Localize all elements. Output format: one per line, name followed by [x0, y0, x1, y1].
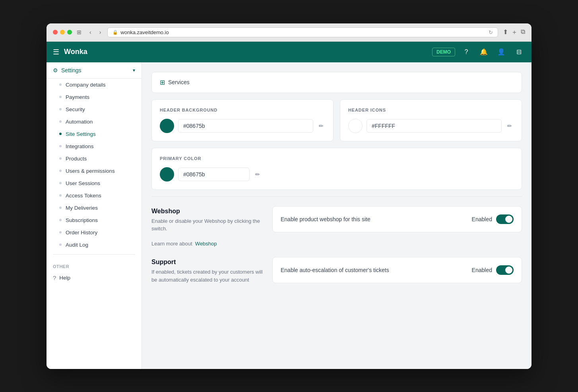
- primary-color-swatch[interactable]: [160, 167, 174, 182]
- header-background-input[interactable]: [178, 119, 313, 133]
- primary-color-edit-button[interactable]: ✏: [254, 170, 262, 179]
- header-icons-swatch[interactable]: [348, 119, 363, 133]
- header-icons-picker-row: ✏: [348, 119, 514, 133]
- header-icons-edit-button[interactable]: ✏: [506, 121, 514, 131]
- support-toggle-switch[interactable]: [496, 265, 514, 275]
- support-heading: Support: [151, 259, 263, 266]
- color-cards-row: HEADER BACKGROUND ✏ HEADER ICONS: [151, 99, 522, 141]
- chevron-down-icon: ▾: [133, 68, 135, 73]
- bullet-icon: [59, 108, 62, 110]
- demo-badge: DEMO: [432, 48, 455, 56]
- support-toggle-label: Enable auto-escalation of customer's tic…: [281, 267, 389, 273]
- sidebar-item-label: Security: [66, 106, 85, 112]
- support-label-area: Support If enabled, tickets created by y…: [151, 257, 263, 290]
- services-icon: ⊞: [160, 79, 165, 86]
- sidebar-item-subscriptions[interactable]: Subscriptions: [47, 214, 142, 226]
- bullet-icon: [59, 194, 62, 197]
- main-content: ⊞ Services HEADER BACKGROUND ✏: [142, 62, 531, 369]
- browser-actions: ⬆ ＋ ⧉: [503, 28, 525, 37]
- services-label: Services: [168, 79, 190, 85]
- sidebar-item-site-settings[interactable]: Site Settings: [47, 128, 142, 140]
- lock-icon: 🔒: [112, 30, 118, 35]
- sidebar: ⚙ Settings ▾ Company details Payments Se…: [47, 62, 142, 369]
- back-button[interactable]: ‹: [88, 28, 93, 36]
- primary-color-picker-row: ✏: [160, 167, 514, 182]
- forward-button[interactable]: ›: [98, 28, 103, 36]
- reload-icon[interactable]: ↻: [489, 29, 493, 35]
- bullet-icon: [59, 83, 62, 86]
- sidebar-item-access-tokens[interactable]: Access Tokens: [47, 189, 142, 202]
- layout-toggle-icon[interactable]: ⊟: [512, 46, 525, 58]
- header-background-swatch[interactable]: [160, 119, 174, 133]
- sidebar-item-users-permissions[interactable]: Users & permissions: [47, 165, 142, 177]
- address-bar[interactable]: 🔒 wonka.zaveitdemo.io ↻: [107, 27, 498, 37]
- header-icons-card: HEADER ICONS ✏: [340, 99, 522, 141]
- browser-window: ⊞ ‹ › 🔒 wonka.zaveitdemo.io ↻ ⬆ ＋ ⧉ ☰ Wo…: [47, 23, 531, 369]
- gear-icon: ⚙: [53, 67, 58, 73]
- bullet-icon: [59, 120, 62, 123]
- sidebar-item-label: My Deliveries: [66, 205, 98, 211]
- header-background-card: HEADER BACKGROUND ✏: [151, 99, 334, 141]
- sidebar-item-company-details[interactable]: Company details: [47, 79, 142, 91]
- bullet-icon: [59, 133, 62, 135]
- tab-overview-icon[interactable]: ⧉: [521, 28, 525, 37]
- notifications-icon[interactable]: 🔔: [477, 46, 490, 58]
- sidebar-item-integrations[interactable]: Integrations: [47, 140, 142, 153]
- header-background-picker-row: ✏: [160, 119, 325, 133]
- sidebar-item-audit-log[interactable]: Audit Log: [47, 239, 142, 251]
- support-toggle-right: Enabled: [472, 265, 514, 275]
- support-toggle-status: Enabled: [472, 267, 492, 273]
- sidebar-item-payments[interactable]: Payments: [47, 91, 142, 103]
- support-description: If enabled, tickets created by your cust…: [151, 268, 263, 284]
- help-circle-icon: ?: [53, 274, 56, 281]
- nav-right: DEMO ? 🔔 👤 ⊟: [432, 46, 525, 58]
- sidebar-item-products[interactable]: Products: [47, 153, 142, 165]
- bullet-icon: [59, 182, 62, 184]
- close-button[interactable]: [53, 30, 58, 35]
- maximize-button[interactable]: [67, 30, 72, 35]
- sidebar-item-security[interactable]: Security: [47, 103, 142, 116]
- other-section-label: OTHER: [47, 258, 142, 271]
- sidebar-item-label: Automation: [66, 119, 93, 125]
- bullet-icon: [59, 219, 62, 221]
- header-background-edit-button[interactable]: ✏: [317, 121, 325, 131]
- minimize-button[interactable]: [60, 30, 65, 35]
- sidebar-item-my-deliveries[interactable]: My Deliveries: [47, 202, 142, 214]
- webshop-label-area: Webshop Enable or disable your Webshop b…: [151, 206, 263, 248]
- support-content: Enable auto-escalation of customer's tic…: [272, 257, 522, 290]
- support-toggle-card: Enable auto-escalation of customer's tic…: [272, 257, 522, 283]
- webshop-toggle-card: Enable product webshop for this site Ena…: [272, 206, 522, 232]
- primary-color-title: PRIMARY COLOR: [160, 156, 514, 161]
- webshop-toggle-switch[interactable]: [496, 214, 514, 224]
- section-divider: [151, 196, 522, 197]
- sidebar-item-help[interactable]: ? Help: [47, 271, 142, 284]
- bullet-icon: [59, 231, 62, 234]
- bullet-icon: [59, 96, 62, 98]
- webshop-toggle-right: Enabled: [472, 214, 514, 224]
- webshop-section: Webshop Enable or disable your Webshop b…: [151, 206, 522, 248]
- share-icon[interactable]: ⬆: [503, 28, 508, 37]
- webshop-toggle-label: Enable product webshop for this site: [281, 216, 370, 222]
- sidebar-toggle-button[interactable]: ⊞: [77, 29, 81, 35]
- app-logo: Wonka: [64, 48, 432, 56]
- sidebar-item-label: User Sessions: [66, 180, 100, 186]
- new-tab-icon[interactable]: ＋: [511, 28, 518, 37]
- settings-section-header[interactable]: ⚙ Settings ▾: [47, 62, 142, 79]
- sidebar-item-label: Payments: [66, 94, 89, 100]
- bullet-icon: [59, 145, 62, 147]
- services-card: ⊞ Services: [151, 72, 522, 93]
- sidebar-item-user-sessions[interactable]: User Sessions: [47, 177, 142, 189]
- sidebar-item-label: Company details: [66, 82, 106, 88]
- help-icon[interactable]: ?: [460, 46, 473, 58]
- sidebar-item-automation[interactable]: Automation: [47, 116, 142, 128]
- user-avatar-icon[interactable]: 👤: [495, 46, 508, 58]
- primary-color-card: PRIMARY COLOR ✏: [151, 148, 522, 190]
- header-icons-input[interactable]: [367, 119, 502, 133]
- webshop-link[interactable]: Webshop: [195, 241, 217, 247]
- top-nav: ☰ Wonka DEMO ? 🔔 👤 ⊟: [47, 42, 531, 62]
- hamburger-menu-button[interactable]: ☰: [53, 48, 59, 56]
- primary-color-input[interactable]: [178, 168, 250, 181]
- content-area: ⚙ Settings ▾ Company details Payments Se…: [47, 62, 531, 369]
- sidebar-item-order-history[interactable]: Order History: [47, 226, 142, 239]
- sidebar-item-label: Integrations: [66, 143, 94, 149]
